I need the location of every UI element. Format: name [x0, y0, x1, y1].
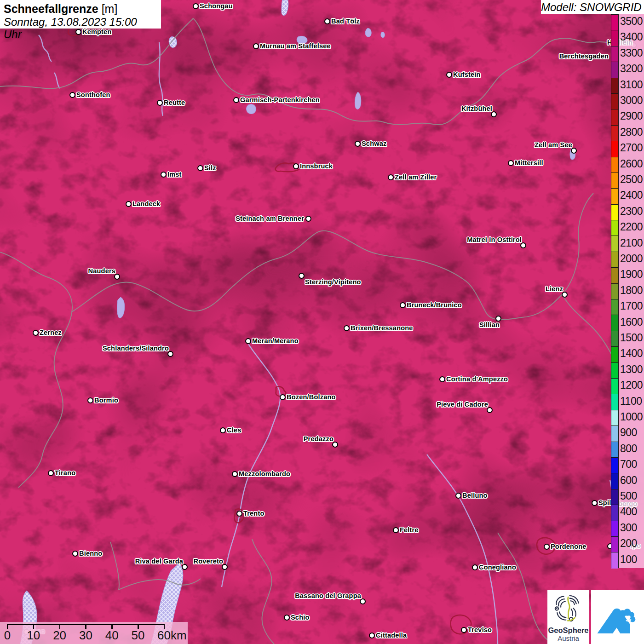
legend-value: 3000 — [620, 94, 643, 107]
city-dot — [193, 3, 199, 9]
city-label: Schwaz — [362, 139, 386, 148]
city-dot — [439, 376, 445, 382]
city-label: Brixen/Bressanone — [351, 324, 413, 332]
snowfall-limit-map: SchongauBad TölzKemptenMurnau am Staffel… — [0, 0, 644, 644]
map-title: Schneefallgrenze[m] — [4, 2, 156, 16]
scale-bar-number: 40 — [105, 628, 119, 643]
legend-cell — [611, 505, 618, 521]
legend-cell — [611, 299, 618, 315]
legend-value: 1600 — [620, 316, 643, 328]
legend-cell — [611, 363, 618, 379]
city-dot — [197, 165, 203, 171]
legend-cell — [611, 552, 618, 568]
city-dot — [305, 216, 311, 222]
legend-value: 2900 — [620, 110, 643, 122]
city-dot — [280, 394, 286, 400]
city-dot — [324, 18, 330, 24]
legend-cell — [611, 347, 618, 362]
geosphere-austria-logo: GeoSphere Austria — [547, 590, 589, 644]
legend-cell — [611, 410, 618, 426]
city-boundary-outlines — [68, 28, 555, 634]
city-dot — [126, 201, 132, 207]
legend-value: 400 — [620, 506, 637, 518]
city-label: Mezzolombardo — [239, 470, 290, 478]
city-dot — [293, 163, 299, 169]
city-label: Kufstein — [453, 70, 481, 79]
legend-cell — [611, 236, 618, 252]
city-dot — [388, 174, 394, 180]
legend-cell — [611, 284, 618, 299]
city-label: Bienno — [79, 549, 102, 558]
legend-cell — [611, 126, 618, 141]
geosphere-logo-country: Austria — [547, 634, 589, 642]
city-label: Predazzo — [304, 435, 334, 443]
legend-cell — [611, 109, 618, 125]
city-label: Zell am Ziller — [395, 173, 437, 181]
city-dot — [446, 72, 452, 78]
city-label: Sterzing/Vipiteno — [305, 278, 361, 286]
city-dot — [355, 141, 361, 147]
legend-cell — [611, 78, 618, 94]
map-title-box: Schneefallgrenze[m] Sonntag, 13.08.2023 … — [0, 0, 161, 29]
city-dot — [508, 160, 514, 166]
model-label: Modell: SNOWGRID — [541, 1, 642, 13]
city-label: Rovereto — [194, 557, 223, 565]
city-dot — [369, 632, 375, 638]
legend-cell — [611, 62, 618, 78]
city-dot — [544, 544, 550, 550]
legend-cell — [611, 173, 618, 189]
city-label: Bassano del Grappa — [295, 592, 361, 600]
city-label: Bruneck/Brunico — [407, 301, 462, 309]
legend-value: 100 — [620, 553, 637, 565]
legend-cell — [611, 157, 618, 173]
city-dot — [344, 325, 350, 331]
city-label: Pieve di Cadore — [437, 400, 488, 408]
city-label: Reutte — [164, 98, 185, 107]
model-box: Modell: SNOWGRID — [541, 0, 644, 14]
legend-cell — [611, 15, 618, 30]
legend-value: 600 — [620, 474, 637, 486]
city-label: Lienz — [546, 285, 563, 293]
legend-value: 900 — [620, 426, 637, 439]
legend-value: 2500 — [620, 173, 643, 186]
legend-cell — [611, 473, 618, 489]
river-lines — [39, 35, 616, 644]
legend-value: 3200 — [620, 63, 643, 75]
city-dot — [220, 427, 226, 433]
city-dot — [284, 615, 290, 621]
city-label: Zernez — [40, 328, 62, 337]
legend-cell — [611, 30, 618, 46]
legend-value: 1900 — [620, 268, 643, 281]
city-dot — [236, 511, 242, 517]
scale-bar-number: 20 — [53, 628, 66, 643]
city-dot — [69, 92, 75, 98]
city-dot — [87, 397, 93, 403]
city-dot — [472, 564, 478, 570]
legend-cell — [611, 489, 618, 505]
legend-cell — [611, 94, 618, 109]
legend-cell — [611, 458, 618, 473]
legend-value: 2700 — [620, 142, 643, 154]
legend-value: 1100 — [620, 395, 642, 407]
title-unit: [m] — [102, 2, 118, 15]
scale-bar: 0102030405060km — [0, 622, 188, 644]
city-dot — [233, 97, 239, 103]
legend-value: 1300 — [620, 363, 643, 375]
city-dot — [161, 172, 167, 178]
city-dot — [253, 43, 259, 49]
blue-mountain-logo-icon — [591, 590, 644, 644]
legend-cell — [611, 521, 618, 537]
city-label: Mittersill — [515, 159, 543, 167]
legend-value: 1000 — [620, 411, 643, 423]
legend-value: 3100 — [620, 78, 643, 91]
legend-cell — [611, 205, 618, 220]
city-label: Berchtesgaden — [559, 52, 609, 60]
city-dot — [33, 330, 39, 336]
city-label: Pordenone — [551, 542, 586, 551]
geosphere-contour-icon — [552, 592, 585, 625]
legend-value: 700 — [620, 458, 637, 471]
legend-cell — [611, 315, 618, 331]
legend-value: 2800 — [620, 126, 643, 138]
city-label: Schio — [291, 613, 309, 621]
legend-cell — [611, 442, 618, 458]
